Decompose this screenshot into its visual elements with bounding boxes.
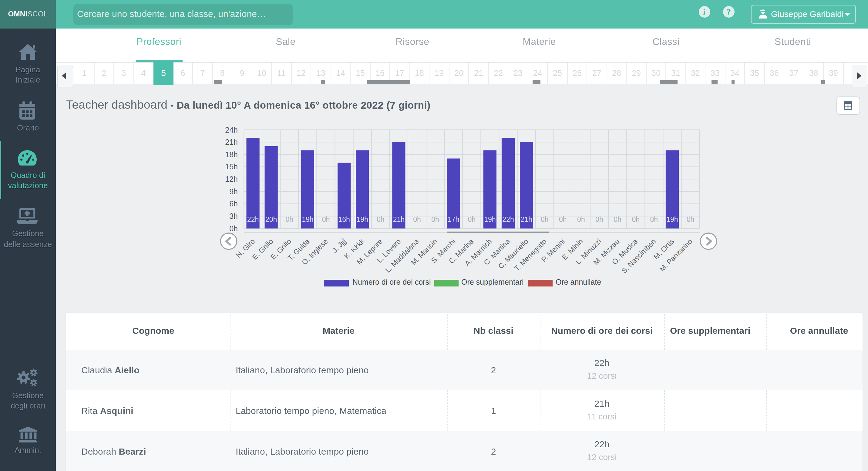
svg-text:16h: 16h bbox=[338, 215, 350, 223]
svg-text:22h: 22h bbox=[502, 215, 514, 223]
svg-text:15h: 15h bbox=[225, 163, 238, 171]
svg-text:0h: 0h bbox=[650, 215, 658, 223]
svg-text:21h: 21h bbox=[521, 215, 532, 223]
svg-text:19h: 19h bbox=[356, 215, 368, 223]
svg-text:18h: 18h bbox=[225, 150, 238, 159]
svg-text:0h: 0h bbox=[687, 215, 694, 223]
svg-text:0h: 0h bbox=[595, 215, 603, 223]
svg-text:19h: 19h bbox=[484, 215, 496, 223]
svg-text:0h: 0h bbox=[632, 215, 640, 223]
svg-text:0h: 0h bbox=[559, 215, 567, 223]
svg-text:3h: 3h bbox=[229, 212, 238, 220]
svg-text:19h: 19h bbox=[666, 215, 678, 223]
svg-text:0h: 0h bbox=[577, 215, 585, 223]
svg-text:0h: 0h bbox=[431, 215, 439, 223]
svg-text:17h: 17h bbox=[448, 215, 459, 223]
svg-text:9h: 9h bbox=[229, 187, 238, 196]
svg-text:0h: 0h bbox=[322, 215, 330, 223]
svg-text:0h: 0h bbox=[413, 215, 421, 223]
svg-text:0h: 0h bbox=[377, 215, 384, 223]
svg-text:20h: 20h bbox=[266, 215, 277, 223]
svg-text:0h: 0h bbox=[614, 215, 621, 223]
svg-text:24h: 24h bbox=[225, 126, 238, 134]
svg-text:0h: 0h bbox=[468, 215, 476, 223]
svg-text:19h: 19h bbox=[302, 215, 313, 223]
svg-text:12h: 12h bbox=[225, 175, 238, 183]
svg-text:0h: 0h bbox=[541, 215, 549, 223]
svg-text:21h: 21h bbox=[393, 215, 405, 223]
svg-text:21h: 21h bbox=[225, 138, 238, 146]
svg-text:0h: 0h bbox=[229, 224, 238, 233]
svg-text:22h: 22h bbox=[247, 215, 259, 223]
svg-text:0h: 0h bbox=[285, 215, 293, 223]
svg-text:6h: 6h bbox=[229, 199, 238, 208]
